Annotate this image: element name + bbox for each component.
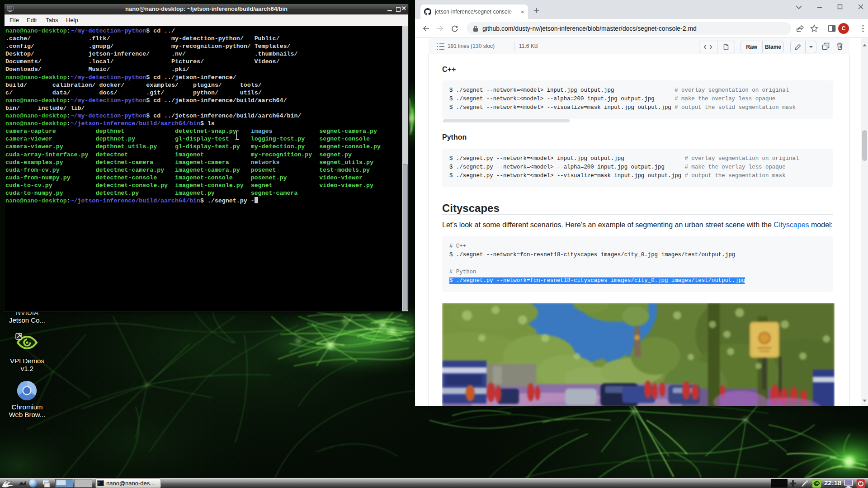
- svg-text:NVIDIA: NVIDIA: [19, 350, 37, 356]
